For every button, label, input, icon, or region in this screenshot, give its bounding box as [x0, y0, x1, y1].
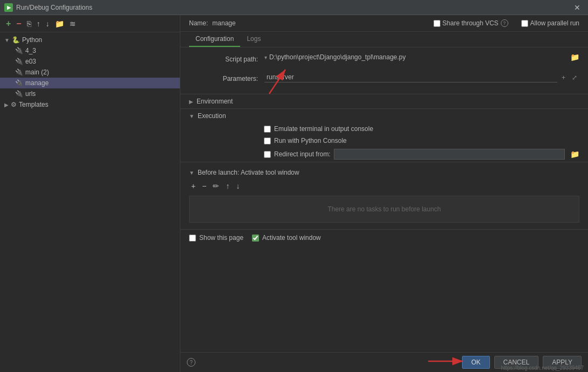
activate-tool-label[interactable]: Activate tool window: [262, 234, 321, 242]
tab-configuration[interactable]: Configuration: [189, 32, 240, 47]
before-launch-section: ▼ Before launch: Activate tool window + …: [180, 162, 588, 229]
emulate-terminal-label[interactable]: Emulate terminal in output console: [274, 125, 373, 133]
bl-edit-button[interactable]: ✏: [211, 181, 221, 191]
activate-tool-group: Activate tool window: [252, 234, 321, 242]
move-config-up-button[interactable]: ↑: [35, 18, 42, 29]
name-value: manage: [212, 19, 235, 27]
help-icon[interactable]: ?: [187, 358, 195, 367]
window-title: Run/Debug Configurations: [16, 4, 571, 11]
parameters-control: + ⤢: [264, 72, 579, 82]
tree-item-templates[interactable]: ▶ ⚙ Templates: [0, 99, 180, 110]
left-panel: + − ⎘ ↑ ↓ 📁 ≋ ▼ 🐍 Python 🔌 4_3 🔌 e03: [0, 15, 180, 372]
redirect-browse-icon[interactable]: 📁: [570, 150, 579, 159]
config-4-3-icon: 🔌: [15, 47, 23, 54]
config-manage-icon: 🔌: [15, 79, 23, 87]
script-path-row: Script path: ▾ D:\python\project\Django\…: [189, 53, 579, 68]
parameters-label: Parameters:: [189, 72, 264, 82]
templates-icon: ⚙: [11, 101, 17, 108]
expand-python-icon: ▼: [4, 37, 10, 43]
bl-remove-button[interactable]: −: [200, 181, 208, 191]
name-label: Name:: [189, 19, 208, 27]
ok-button[interactable]: OK: [462, 356, 489, 369]
watermark: https://blog.csdn.net/qq_29339467: [501, 365, 584, 371]
parallel-run-group: Allow parallel run: [521, 19, 579, 27]
tree-item-e03[interactable]: 🔌 e03: [0, 56, 180, 67]
before-launch-arrow-icon: ▼: [189, 170, 194, 176]
parameters-expand-icon[interactable]: ⤢: [570, 73, 579, 82]
config-main-icon: 🔌: [15, 68, 23, 76]
python-group-label: Python: [22, 36, 42, 44]
tree-item-4-3[interactable]: 🔌 4_3: [0, 45, 180, 56]
title-bar: ▶ Run/Debug Configurations ✕: [0, 0, 588, 15]
copy-config-button[interactable]: ⎘: [25, 18, 33, 29]
templates-label: Templates: [19, 101, 48, 108]
tree-item-manage[interactable]: 🔌 manage: [0, 78, 180, 88]
redirect-input-label[interactable]: Redirect input from:: [274, 150, 331, 158]
bl-add-button[interactable]: +: [189, 181, 198, 191]
folder-config-button[interactable]: 📁: [53, 18, 66, 29]
footer-left: ?: [187, 358, 195, 367]
share-vcs-group: Share through VCS ?: [433, 19, 508, 27]
show-page-group: Show this page: [189, 234, 243, 242]
config-manage-label: manage: [25, 79, 48, 87]
share-vcs-label[interactable]: Share through VCS: [443, 19, 499, 27]
parameters-input[interactable]: [264, 72, 557, 82]
close-button[interactable]: ✕: [571, 2, 584, 13]
script-path-label: Script path:: [189, 53, 264, 63]
environment-label: Environment: [197, 98, 233, 105]
script-path-value: D:\python\project\Django\django_tpl\mana…: [269, 53, 568, 61]
no-tasks-label: There are no tasks to run before launch: [327, 205, 440, 213]
config-4-3-label: 4_3: [25, 47, 36, 54]
allow-parallel-checkbox[interactable]: [521, 20, 528, 27]
script-path-dropdown[interactable]: ▾: [264, 54, 267, 60]
environment-header[interactable]: ▶ Environment: [180, 94, 588, 108]
config-tree: ▼ 🐍 Python 🔌 4_3 🔌 e03 🔌 main (2) 🔌: [0, 32, 180, 372]
show-page-label[interactable]: Show this page: [199, 234, 243, 242]
parameters-row: Parameters: + ⤢: [189, 72, 579, 87]
show-page-checkbox[interactable]: [189, 235, 196, 242]
run-python-console-checkbox[interactable]: [264, 137, 271, 144]
parallel-run-label[interactable]: Allow parallel run: [530, 19, 579, 27]
tree-item-main[interactable]: 🔌 main (2): [0, 67, 180, 78]
script-path-control: ▾ D:\python\project\Django\django_tpl\ma…: [264, 53, 579, 61]
bl-down-button[interactable]: ↓: [234, 181, 242, 191]
add-config-button[interactable]: +: [4, 18, 12, 30]
config-content: Script path: ▾ D:\python\project\Django\…: [180, 47, 588, 352]
name-share-row: Name: manage Share through VCS ? Allow p…: [180, 15, 588, 32]
execution-header[interactable]: ▼ Execution: [180, 108, 588, 123]
remove-config-button[interactable]: −: [15, 18, 23, 30]
config-e03-label: e03: [25, 58, 36, 65]
emulate-terminal-checkbox[interactable]: [264, 126, 271, 133]
before-launch-header[interactable]: ▼ Before launch: Activate tool window: [180, 167, 588, 178]
execution-arrow-icon: ▼: [189, 113, 194, 119]
run-python-console-row: Run with Python Console: [180, 135, 588, 147]
parameters-add-icon[interactable]: +: [559, 73, 568, 82]
main-layout: + − ⎘ ↑ ↓ 📁 ≋ ▼ 🐍 Python 🔌 4_3 🔌 e03: [0, 15, 588, 372]
script-path-section: Script path: ▾ D:\python\project\Django\…: [180, 47, 588, 94]
tasks-area: There are no tasks to run before launch: [189, 196, 579, 223]
run-python-console-label[interactable]: Run with Python Console: [274, 137, 347, 144]
tab-logs[interactable]: Logs: [240, 32, 267, 47]
move-config-down-button[interactable]: ↓: [44, 18, 51, 29]
tree-item-urls[interactable]: 🔌 urls: [0, 88, 180, 99]
activate-tool-checkbox[interactable]: [252, 235, 259, 242]
right-panel: Name: manage Share through VCS ? Allow p…: [180, 15, 588, 372]
share-options: Share through VCS ? Allow parallel run: [433, 19, 579, 27]
bl-up-button[interactable]: ↑: [223, 181, 232, 191]
tree-item-python[interactable]: ▼ 🐍 Python: [0, 35, 180, 45]
sort-config-button[interactable]: ≋: [68, 18, 78, 29]
share-vcs-checkbox[interactable]: [433, 20, 440, 27]
redirect-input-checkbox[interactable]: [264, 151, 271, 158]
execution-label: Execution: [198, 112, 226, 120]
app-icon: ▶: [4, 3, 13, 12]
before-launch-label: Before launch: Activate tool window: [198, 169, 299, 176]
config-tabs: Configuration Logs: [180, 32, 588, 47]
left-toolbar: + − ⎘ ↑ ↓ 📁 ≋: [0, 15, 180, 32]
config-urls-icon: 🔌: [15, 90, 23, 98]
environment-arrow-icon: ▶: [189, 99, 193, 105]
config-e03-icon: 🔌: [15, 58, 23, 65]
script-path-browse-icon[interactable]: 📁: [570, 53, 579, 61]
share-info-icon[interactable]: ?: [501, 19, 508, 27]
redirect-input-field[interactable]: [334, 149, 565, 160]
python-group-icon: 🐍: [12, 36, 20, 44]
